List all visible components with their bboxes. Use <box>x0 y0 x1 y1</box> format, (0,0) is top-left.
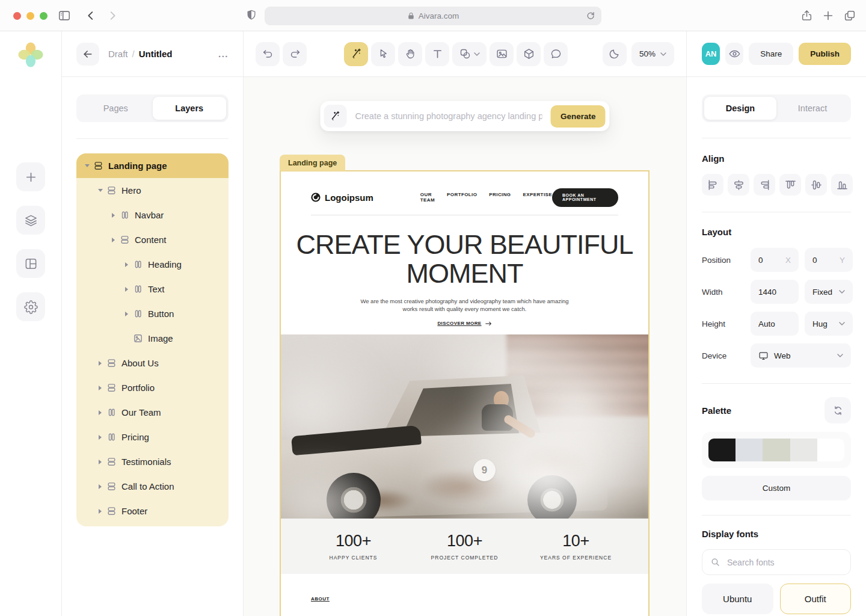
font-option-ubuntu[interactable]: Ubuntu <box>702 584 773 614</box>
custom-palette-button[interactable]: Custom <box>702 476 851 500</box>
caret-right-icon[interactable] <box>109 238 118 242</box>
layer-row-portfolio[interactable]: Portfolio <box>76 375 229 400</box>
palette-swatch-1[interactable] <box>708 439 735 461</box>
tab-interact[interactable]: Interact <box>776 97 849 120</box>
palette-swatch-5[interactable] <box>817 439 844 461</box>
preview-eye-button[interactable] <box>725 43 743 65</box>
layer-row-navbar[interactable]: Navbar <box>76 203 229 227</box>
tab-overview-icon[interactable] <box>843 9 856 22</box>
palette-swatch-4[interactable] <box>790 439 817 461</box>
minimize-window-button[interactable] <box>26 12 34 20</box>
layer-row-landing-page[interactable]: Landing page <box>76 153 229 178</box>
layer-row-testimonials[interactable]: Testimonials <box>76 449 229 474</box>
avatar[interactable]: AN <box>702 43 720 65</box>
layout-grid-button[interactable] <box>16 249 45 278</box>
generate-button[interactable]: Generate <box>551 105 606 128</box>
caret-right-icon[interactable] <box>96 361 105 366</box>
tab-pages[interactable]: Pages <box>79 97 153 120</box>
layer-row-button[interactable]: Button <box>76 301 229 326</box>
caret-right-icon[interactable] <box>96 509 105 514</box>
layer-row-footer[interactable]: Footer <box>76 499 229 523</box>
layers-button[interactable] <box>16 206 45 235</box>
layer-row-heading[interactable]: Heading <box>76 252 229 277</box>
caret-right-icon[interactable] <box>109 213 118 218</box>
app-logo-icon[interactable] <box>17 41 45 69</box>
align-bottom-button[interactable] <box>831 174 853 196</box>
palette-swatch-3[interactable] <box>763 439 790 461</box>
layer-row-our-team[interactable]: Our Team <box>76 400 229 425</box>
text-tool-button[interactable] <box>425 42 449 66</box>
site-discover-link[interactable]: DISCOVER MORE <box>281 321 648 326</box>
browser-share-icon[interactable] <box>800 9 813 22</box>
site-nav-pricing[interactable]: PRICING <box>489 192 511 203</box>
site-logo[interactable]: Logoipsum <box>311 192 373 203</box>
layer-row-hero[interactable]: Hero <box>76 178 229 203</box>
align-center-horizontal-button[interactable] <box>728 174 749 196</box>
wand-tool-button[interactable] <box>344 42 368 66</box>
caret-right-icon[interactable] <box>122 287 131 292</box>
layer-row-about-us[interactable]: About Us <box>76 351 229 375</box>
caret-right-icon[interactable] <box>96 386 105 390</box>
site-frame[interactable]: Logoipsum OUR TEAMPORTFOLIOPRICINGEXPERT… <box>280 170 650 616</box>
forward-icon[interactable] <box>106 9 119 22</box>
comment-tool-button[interactable] <box>544 42 568 66</box>
site-nav-our-team[interactable]: OUR TEAM <box>420 192 435 203</box>
refresh-palette-button[interactable] <box>825 397 851 424</box>
height-field[interactable]: Auto <box>751 312 799 336</box>
close-window-button[interactable] <box>13 12 21 20</box>
caret-down-icon[interactable] <box>96 189 105 192</box>
hand-tool-button[interactable] <box>398 42 422 66</box>
align-center-vertical-button[interactable] <box>805 174 827 196</box>
tab-design[interactable]: Design <box>704 97 776 120</box>
tab-layers[interactable]: Layers <box>153 97 227 120</box>
window-controls[interactable] <box>13 12 48 20</box>
caret-right-icon[interactable] <box>122 312 131 316</box>
privacy-shield-icon[interactable] <box>245 8 257 22</box>
sidebar-toggle-icon[interactable] <box>58 9 71 22</box>
gear-button[interactable] <box>16 292 45 321</box>
caret-down-icon[interactable] <box>82 164 91 167</box>
new-tab-icon[interactable] <box>821 9 835 22</box>
font-option-outfit[interactable]: Outfit <box>780 584 852 614</box>
undo-button[interactable] <box>256 42 280 66</box>
layer-row-call-to-action[interactable]: Call to Action <box>76 474 229 499</box>
address-bar[interactable]: Aivara.com <box>265 7 601 25</box>
width-field[interactable]: 1440 <box>751 280 799 304</box>
image-tool-button[interactable] <box>490 42 514 66</box>
more-menu-icon[interactable]: ... <box>218 49 229 59</box>
maximize-window-button[interactable] <box>40 12 48 20</box>
position-y-field[interactable]: 0 Y <box>805 248 853 272</box>
width-mode-select[interactable]: Fixed <box>805 280 853 304</box>
publish-button[interactable]: Publish <box>799 43 851 65</box>
align-right-button[interactable] <box>754 174 775 196</box>
back-icon[interactable] <box>84 9 97 22</box>
position-x-field[interactable]: 0 X <box>751 248 799 272</box>
shapes-tool-button[interactable] <box>452 42 487 66</box>
share-button[interactable]: Share <box>749 43 793 65</box>
cursor-tool-button[interactable] <box>371 42 395 66</box>
layer-row-text[interactable]: Text <box>76 277 229 301</box>
caret-right-icon[interactable] <box>96 460 105 464</box>
font-search[interactable] <box>702 549 851 575</box>
align-top-button[interactable] <box>779 174 801 196</box>
dark-mode-button[interactable] <box>603 42 627 66</box>
device-select[interactable]: Web <box>751 343 851 368</box>
site-cta-button[interactable]: BOOK AN APPOINTMENT <box>552 188 618 207</box>
palette-strip[interactable] <box>702 432 851 468</box>
caret-right-icon[interactable] <box>122 262 131 267</box>
site-nav-expertise[interactable]: EXPERTISE <box>523 192 553 203</box>
caret-right-icon[interactable] <box>96 435 105 440</box>
layer-row-image[interactable]: Image <box>76 326 229 351</box>
height-mode-select[interactable]: Hug <box>805 312 853 336</box>
plus-button[interactable] <box>16 162 45 191</box>
prompt-input[interactable] <box>347 111 551 121</box>
zoom-level-dropdown[interactable]: 50% <box>631 42 674 66</box>
site-nav-portfolio[interactable]: PORTFOLIO <box>447 192 477 203</box>
font-search-input[interactable] <box>726 557 843 568</box>
reload-icon[interactable] <box>585 10 596 21</box>
document-title[interactable]: Untitled <box>139 49 173 59</box>
layer-row-pricing[interactable]: Pricing <box>76 425 229 449</box>
breadcrumb-draft[interactable]: Draft <box>108 49 128 59</box>
back-button[interactable] <box>76 43 99 66</box>
palette-swatch-2[interactable] <box>735 439 763 461</box>
